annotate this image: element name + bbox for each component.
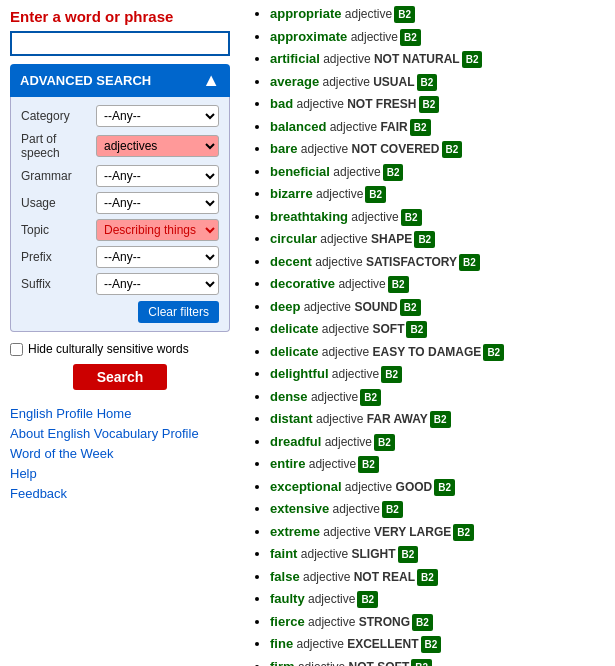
list-item: breathtaking adjectiveB2 xyxy=(270,207,605,227)
word-sense: SATISFACTORY xyxy=(363,255,457,269)
word-link[interactable]: extreme xyxy=(270,524,320,539)
list-item: deep adjective SOUNDB2 xyxy=(270,297,605,317)
list-item: extensive adjectiveB2 xyxy=(270,499,605,519)
word-pos: adjective xyxy=(317,232,368,246)
link-word-of-week[interactable]: Word of the Week xyxy=(10,446,230,461)
word-link[interactable]: artificial xyxy=(270,51,320,66)
word-link[interactable]: appropriate xyxy=(270,6,342,21)
list-item: approximate adjectiveB2 xyxy=(270,27,605,47)
word-sense: FAR AWAY xyxy=(363,412,427,426)
link-feedback[interactable]: Feedback xyxy=(10,486,230,501)
word-link[interactable]: fierce xyxy=(270,614,305,629)
grammar-row: Grammar --Any-- xyxy=(21,165,219,187)
list-item: dreadful adjectiveB2 xyxy=(270,432,605,452)
list-item: delicate adjective EASY TO DAMAGEB2 xyxy=(270,342,605,362)
word-link[interactable]: deep xyxy=(270,299,300,314)
results-list: appropriate adjectiveB2approximate adjec… xyxy=(250,4,605,666)
word-link[interactable]: delightful xyxy=(270,366,329,381)
word-link[interactable]: average xyxy=(270,74,319,89)
list-item: fierce adjective STRONGB2 xyxy=(270,612,605,632)
level-badge: B2 xyxy=(358,456,379,473)
word-link[interactable]: bare xyxy=(270,141,297,156)
prefix-row: Prefix --Any-- xyxy=(21,246,219,268)
topic-label: Topic xyxy=(21,223,96,237)
sidebar-title: Enter a word or phrase xyxy=(10,8,230,25)
word-link[interactable]: decorative xyxy=(270,276,335,291)
list-item: false adjective NOT REALB2 xyxy=(270,567,605,587)
word-link[interactable]: faulty xyxy=(270,591,305,606)
word-link[interactable]: delicate xyxy=(270,321,318,336)
level-badge: B2 xyxy=(419,96,440,113)
word-pos: adjective xyxy=(318,345,369,359)
clear-filters-button[interactable]: Clear filters xyxy=(138,301,219,323)
hide-sensitive-row: Hide culturally sensitive words xyxy=(10,342,230,356)
level-badge: B2 xyxy=(382,501,403,518)
word-sense: EXCELLENT xyxy=(344,637,419,651)
word-link[interactable]: firm xyxy=(270,659,295,667)
word-link[interactable]: exceptional xyxy=(270,479,342,494)
word-pos: adjective xyxy=(347,30,398,44)
grammar-label: Grammar xyxy=(21,169,96,183)
word-link[interactable]: fine xyxy=(270,636,293,651)
word-sense: EASY TO DAMAGE xyxy=(369,345,481,359)
category-select[interactable]: --Any-- xyxy=(96,105,219,127)
word-link[interactable]: balanced xyxy=(270,119,326,134)
word-sense: NOT FRESH xyxy=(344,97,417,111)
link-about-evp[interactable]: About English Vocabulary Profile xyxy=(10,426,230,441)
list-item: faulty adjectiveB2 xyxy=(270,589,605,609)
word-pos: adjective xyxy=(305,615,356,629)
level-badge: B2 xyxy=(421,636,442,653)
word-link[interactable]: breathtaking xyxy=(270,209,348,224)
suffix-row: Suffix --Any-- xyxy=(21,273,219,295)
topic-row: Topic Describing things xyxy=(21,219,219,241)
hide-sensitive-label: Hide culturally sensitive words xyxy=(28,342,189,356)
word-link[interactable]: distant xyxy=(270,411,313,426)
pos-select[interactable]: adjectives xyxy=(96,135,219,157)
word-pos: adjective xyxy=(300,300,351,314)
word-link[interactable]: false xyxy=(270,569,300,584)
list-item: delightful adjectiveB2 xyxy=(270,364,605,384)
word-sense: VERY LARGE xyxy=(371,525,452,539)
word-link[interactable]: entire xyxy=(270,456,305,471)
word-pos: adjective xyxy=(312,255,363,269)
usage-select[interactable]: --Any-- xyxy=(96,192,219,214)
search-button[interactable]: Search xyxy=(73,364,168,390)
pos-label: Part of speech xyxy=(21,132,96,160)
list-item: exceptional adjective GOODB2 xyxy=(270,477,605,497)
word-link[interactable]: circular xyxy=(270,231,317,246)
word-link[interactable]: dreadful xyxy=(270,434,321,449)
collapse-icon[interactable]: ▲ xyxy=(202,70,220,91)
word-link[interactable]: beneficial xyxy=(270,164,330,179)
word-link[interactable]: delicate xyxy=(270,344,318,359)
level-badge: B2 xyxy=(417,569,438,586)
grammar-select[interactable]: --Any-- xyxy=(96,165,219,187)
word-link[interactable]: faint xyxy=(270,546,297,561)
link-help[interactable]: Help xyxy=(10,466,230,481)
suffix-label: Suffix xyxy=(21,277,96,291)
word-link[interactable]: dense xyxy=(270,389,308,404)
level-badge: B2 xyxy=(406,321,427,338)
word-pos: adjective xyxy=(342,480,393,494)
word-link[interactable]: bizarre xyxy=(270,186,313,201)
word-sense: NOT COVERED xyxy=(348,142,439,156)
word-link[interactable]: bad xyxy=(270,96,293,111)
category-row: Category --Any-- xyxy=(21,105,219,127)
word-link[interactable]: extensive xyxy=(270,501,329,516)
word-pos: adjective xyxy=(348,210,399,224)
word-sense: GOOD xyxy=(392,480,432,494)
prefix-select[interactable]: --Any-- xyxy=(96,246,219,268)
hide-sensitive-checkbox[interactable] xyxy=(10,343,23,356)
link-english-profile-home[interactable]: English Profile Home xyxy=(10,406,230,421)
list-item: artificial adjective NOT NATURALB2 xyxy=(270,49,605,69)
word-pos: adjective xyxy=(342,7,393,21)
advanced-search-header[interactable]: ADVANCED SEARCH ▲ xyxy=(10,64,230,97)
word-link[interactable]: approximate xyxy=(270,29,347,44)
word-link[interactable]: decent xyxy=(270,254,312,269)
results-panel: appropriate adjectiveB2approximate adjec… xyxy=(240,0,615,666)
topic-select[interactable]: Describing things xyxy=(96,219,219,241)
word-search-input[interactable] xyxy=(10,31,230,56)
word-pos: adjective xyxy=(305,592,356,606)
word-pos: adjective xyxy=(295,660,346,667)
suffix-select[interactable]: --Any-- xyxy=(96,273,219,295)
level-badge: B2 xyxy=(401,209,422,226)
